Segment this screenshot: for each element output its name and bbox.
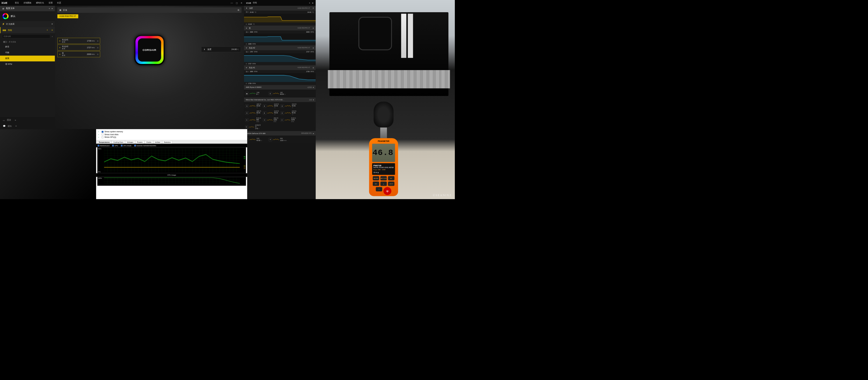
sensor-mobo-2[interactable]: 🌡温度 #443.00 °C — [281, 103, 298, 109]
widget-device: H100i RGB PRO XT — [298, 67, 310, 68]
fan-icon: ✳ — [246, 27, 247, 29]
temp-readout[interactable]: 🌡 温度 24.60°C — [201, 46, 241, 52]
group-header-gpu: NVIDIA GeForce GTX 680图形处理器 GPU≡ — [244, 131, 316, 136]
legend-checkbox-icon[interactable] — [112, 145, 114, 146]
thermometer-icon: 🌡 — [204, 48, 206, 50]
stress-label: Stress GPU(s) — [104, 136, 116, 138]
sensor-mobo-6[interactable]: ✳风扇 #2905 RPM — [245, 117, 262, 123]
performance-header[interactable]: ▮▮▮ 性能 + ≡ — [0, 27, 55, 33]
stress-option-0[interactable]: ▪Stress system memory — [98, 131, 245, 133]
sidebar-foot-graph[interactable]: ▭图形≡ — [0, 117, 55, 123]
sensor-mobo-5[interactable]: 🌡温度 #155.00 °C — [281, 110, 298, 116]
aida-tab-clocks[interactable]: Clocks — [145, 140, 153, 144]
group-header-cpu: AMD Ryzen 9 3900X处理器≡ — [244, 85, 316, 90]
group-menu-icon[interactable]: ≡ — [313, 99, 314, 101]
meter-button-0: MAX MIN — [373, 176, 379, 180]
perf-mode-3[interactable]: 零 RPM — [0, 61, 55, 67]
dash-add-icon[interactable]: + — [309, 2, 310, 4]
lighting-effects-header[interactable]: ⚡ 灯光效果 ≡ — [0, 21, 55, 27]
dash-widget-2: ✳风扇 #2H100i RGB PRO XT≡最大 1797 RPM1727 R… — [244, 45, 316, 65]
aida-tab-voltages[interactable]: Voltages — [125, 140, 135, 144]
perf-menu-icon[interactable]: ≡ — [52, 29, 53, 31]
sensor-mobo-1[interactable]: 🌡温度 #333.00 °C — [263, 103, 280, 109]
legend-item-3[interactable]: SanDisk SDSSDH31000G — [134, 144, 156, 146]
minimize-icon[interactable]: — — [230, 1, 233, 4]
fan-name: 风扇 #1 — [62, 39, 68, 41]
checkbox-icon[interactable] — [102, 136, 103, 138]
widget-menu-icon[interactable]: ≡ — [313, 47, 314, 49]
sensor-icon: 🌡 — [245, 104, 248, 108]
devices-header: ▦ 设备 ⊞ — [57, 7, 241, 13]
group-menu-icon[interactable]: ≡ — [313, 132, 314, 134]
sidebar: ▤ 配置文件 + ≡ 默认 ⚡ 灯光效果 ≡ ▮▮▮ 性能 + ≡ ⌕ — [0, 6, 55, 129]
aida-tab-cooling-fans[interactable]: Cooling Fans — [112, 140, 125, 144]
menu-settings[interactable]: 设置 — [49, 1, 53, 4]
devices-grid-icon[interactable]: ⊞ — [238, 9, 239, 11]
menu-home[interactable]: 首页 — [15, 1, 19, 4]
aida-tab-powers[interactable]: Powers — [135, 140, 145, 144]
cooler-graphic: CORSAIR — [134, 35, 165, 65]
legend-checkbox-icon[interactable] — [121, 145, 123, 146]
sensor-cpu-1[interactable]: 🌡温度46.00 °C — [269, 91, 291, 97]
stress-option-1[interactable]: ▪Stress local disks — [98, 133, 245, 136]
fan-mode: 极限 — [62, 55, 65, 57]
checkbox-icon[interactable] — [102, 134, 103, 136]
legend-checkbox-icon[interactable] — [97, 145, 99, 146]
fan-menu-icon[interactable]: ≡ — [97, 46, 98, 48]
profiles-menu-icon[interactable]: ≡ — [52, 7, 53, 10]
sensor-icon: ✳ — [245, 118, 248, 122]
sensor-cpu-0[interactable]: ▣负载8 % — [245, 91, 268, 97]
widget-menu-icon[interactable]: ≡ — [313, 7, 314, 9]
sensor-mobo-9[interactable]: ✳虚拟处理器…1.41 V — [245, 124, 262, 130]
fan-card-2[interactable]: ✳泵极限2699RPM≡ — [57, 51, 100, 57]
menu-instant-lighting[interactable]: 瞬时灯光 — [36, 1, 44, 4]
profile-default[interactable]: 默认 — [0, 11, 55, 21]
legend-checkbox-icon[interactable] — [134, 145, 136, 146]
sensor-icon: 🌡 — [245, 111, 248, 115]
sensor-grid-mobo: 🌡温度 #233.00 °C🌡温度 #333.00 °C🌡温度 #443.00 … — [244, 102, 316, 131]
widget-menu-icon[interactable]: ≡ — [313, 67, 314, 69]
dash-title: 空间 — [253, 1, 257, 4]
close-icon[interactable]: ✕ — [241, 1, 243, 4]
fan-menu-icon[interactable]: ≡ — [97, 40, 98, 42]
perf-mode-1[interactable]: 均衡 — [0, 50, 55, 56]
menu-dashboard[interactable]: 控制面板 — [24, 1, 31, 4]
sensor-mobo-7[interactable]: ✳风扇 #31223 RPM — [263, 117, 280, 123]
perf-mode-2[interactable]: 极限 — [0, 56, 55, 61]
legend-item-0[interactable]: Motherboard — [97, 144, 110, 146]
stress-option-2[interactable]: ▪Stress GPU(s) — [98, 136, 245, 138]
sensor-mobo-0[interactable]: 🌡温度 #233.00 °C — [245, 103, 262, 109]
group-menu-icon[interactable]: ≡ — [313, 87, 314, 88]
aida-tab-statistics[interactable]: Statistics — [162, 140, 173, 144]
menu-community[interactable]: 社区 — [57, 1, 61, 4]
fan-rpm: 2699 — [87, 53, 91, 56]
maximize-icon[interactable]: ◻ — [236, 1, 238, 4]
sidebar-foot-notify[interactable]: 💬通知≡ — [0, 123, 55, 129]
sensor-icon: ✳ — [263, 118, 266, 122]
fan-menu-icon[interactable]: ≡ — [97, 53, 98, 55]
fan-icon: ✳ — [59, 46, 61, 48]
fan-card-1[interactable]: ✳风扇 #2极限1727RPM≡ — [57, 44, 100, 50]
legend-item-1[interactable]: CPU — [112, 144, 118, 146]
perf-mode-0[interactable]: 静音 — [0, 44, 55, 50]
sensor-mobo-4[interactable]: 🌡温度 #549.00 °C — [263, 110, 280, 116]
device-tab[interactable]: H100i RGB PRO XT — [57, 14, 78, 18]
checkbox-icon[interactable] — [102, 131, 103, 133]
search-icon[interactable]: ⌕ — [52, 35, 53, 37]
sensor-mobo-8[interactable]: ✳风扇 #15378 RPM — [281, 117, 298, 123]
sensor-gpu-1[interactable]: ✳风扇1110 RPM — [269, 137, 291, 143]
sensor-gpu-0[interactable]: 🌡温度40.00 °C — [245, 137, 268, 143]
stress-label: Stress system memory — [104, 131, 123, 133]
add-perf-button[interactable]: + — [46, 29, 48, 31]
widget-menu-icon[interactable]: ≡ — [313, 27, 314, 29]
aida-tab-temperatures[interactable]: Temperatures — [97, 140, 111, 144]
legend-item-2[interactable]: CPU Diode — [121, 144, 132, 146]
fan-card-0[interactable]: ✳风扇 #1极限1739RPM≡ — [57, 38, 100, 44]
filter-input[interactable] — [2, 34, 50, 38]
aida-tab-unified[interactable]: Unified — [153, 140, 162, 144]
sensor-mobo-3[interactable]: 🌡温度 #336.00 °C — [245, 110, 262, 116]
add-profile-button[interactable]: + — [49, 7, 50, 10]
dash-close-icon[interactable]: ✕ — [312, 2, 314, 4]
all-devices-toggle[interactable] — [3, 41, 7, 43]
stress-options: ▪Stress system memory▪Stress local disks… — [96, 129, 247, 140]
